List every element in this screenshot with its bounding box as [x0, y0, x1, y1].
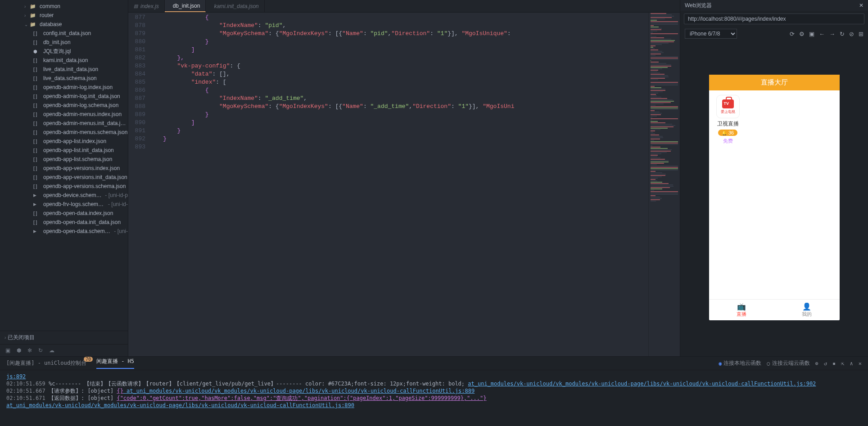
stop-icon[interactable]: ⊘	[849, 31, 854, 37]
export-icon[interactable]: ⇱	[841, 360, 844, 367]
radio-remote-cloud[interactable]: 连接云端云函数	[767, 359, 809, 367]
json-icon	[33, 103, 41, 108]
line-gutter: 8778788798808818828838848858868878888898…	[128, 13, 149, 356]
file-item[interactable]: opendb-app-versions.init_data.json	[0, 173, 128, 182]
file-item[interactable]: opendb-admin-log.index.json	[0, 83, 128, 92]
console-tabs: [闲趣直播] - uniCloud控制台70 闲趣直播 - H5 连接本地云函数…	[0, 357, 868, 370]
file-item[interactable]: opendb-device.schema.json- [uni-id-p	[0, 191, 128, 200]
log-source-link[interactable]: at_uni_modules/vk-unicloud/vk_modules/vk…	[468, 381, 816, 387]
close-icon[interactable]: ✕	[859, 2, 863, 9]
file-item[interactable]: live_data.schema.json	[0, 74, 128, 83]
back-icon[interactable]: ←	[819, 31, 825, 37]
bug-icon[interactable]: ⬢	[17, 347, 21, 354]
settings-icon[interactable]: ✻	[27, 347, 32, 354]
folder-database[interactable]: ⌄database	[0, 20, 128, 29]
folder-router[interactable]: ›router	[0, 11, 128, 20]
editor-tab[interactable]: db_init.json	[165, 0, 206, 12]
phone-frame: 直播大厅 爱上电视 卫视直播 36 免费 📺直	[709, 75, 840, 320]
file-item[interactable]: opendb-admin-menus.init_data.json	[0, 119, 128, 128]
console-tools: 连接本地云函数 连接云端云函数 ⊕ ↺ ▪ ⇱ ∧ ✕	[719, 359, 862, 367]
file-item[interactable]: opendb-app-list.index.json	[0, 137, 128, 146]
tab-live[interactable]: 📺直播	[709, 300, 774, 320]
filter-icon[interactable]: ⊕	[815, 360, 818, 367]
log-json-object[interactable]: {"code":0,"getCount":true,"hasMore":fals…	[117, 395, 486, 401]
code-editor[interactable]: 8778788798808818828838848858868878888898…	[128, 13, 680, 356]
live-thumbnail: 爱上电视	[716, 95, 740, 118]
reload-icon[interactable]: ↻	[840, 31, 845, 37]
minimap[interactable]	[648, 13, 680, 356]
json-icon	[33, 139, 41, 144]
tab-mine[interactable]: 👤我的	[774, 300, 840, 320]
address-bar	[684, 13, 864, 24]
log-source-link[interactable]: js:892	[6, 373, 26, 380]
browser-title-label: Web浏览器	[685, 2, 712, 9]
editor-tab[interactable]: ▤index.js	[128, 0, 165, 12]
file-item[interactable]: opendb-admin-log.schema.json	[0, 101, 128, 110]
badge-count: 70	[84, 357, 93, 362]
folder-icon	[30, 13, 37, 18]
file-item[interactable]: opendb-open-data.index.json	[0, 209, 128, 218]
log-timestamp: 02:10:51.659	[6, 381, 45, 387]
log-source-link[interactable]: at_uni_modules/vk-unicloud/vk_modules/vk…	[123, 388, 475, 394]
forward-icon[interactable]: →	[829, 31, 835, 37]
json-icon	[33, 220, 41, 225]
file-item[interactable]: opendb-admin-log.init_data.json	[0, 92, 128, 101]
file-item[interactable]: opendb-admin-menus.index.json	[0, 110, 128, 119]
radio-local-cloud[interactable]: 连接本地云函数	[719, 359, 761, 367]
file-item[interactable]: opendb-app-list.schema.json	[0, 155, 128, 164]
file-item[interactable]: opendb-app-versions.schema.json	[0, 182, 128, 191]
file-item[interactable]: opendb-open-data.schema.json- [uni-	[0, 227, 128, 236]
json-icon	[33, 184, 41, 189]
browser-viewport: 直播大厅 爱上电视 卫视直播 36 免费 📺直	[680, 40, 868, 356]
devtools-icon[interactable]: ⚙	[799, 31, 805, 37]
folder-common[interactable]: ›common	[0, 2, 128, 11]
url-input[interactable]	[684, 13, 864, 24]
screenshot-icon[interactable]: ▣	[809, 31, 814, 37]
json-icon	[33, 148, 41, 153]
schema-icon	[33, 229, 41, 233]
collapse-icon[interactable]: ∧	[850, 360, 853, 367]
json-icon	[33, 130, 41, 135]
tv-icon	[722, 99, 734, 108]
file-item[interactable]: opendb-app-versions.index.json	[0, 164, 128, 173]
editor-area: ▤index.jsdb_init.jsonkami.init_data.json…	[128, 0, 680, 356]
file-item[interactable]: live_data.init_data.json	[0, 65, 128, 74]
json-icon	[33, 67, 41, 72]
sidebar-toolbar: ▣ ⬢ ✻ ↻ ☁	[0, 344, 128, 356]
sync-icon[interactable]: ↻	[38, 347, 43, 354]
log-json-object[interactable]: {}	[117, 388, 123, 394]
console-tab-h5[interactable]: 闲趣直播 - H5	[96, 358, 134, 369]
closed-projects[interactable]: › 已关闭项目	[0, 331, 128, 344]
console-tab-unicloud[interactable]: [闲趣直播] - uniCloud控制台70	[6, 359, 86, 367]
stop-icon[interactable]: ▪	[832, 360, 836, 367]
json-icon	[33, 175, 41, 180]
log-source-link[interactable]: at_uni_modules/vk-unicloud/vk_modules/vk…	[6, 402, 354, 408]
cloud-icon[interactable]: ☁	[49, 347, 54, 354]
editor-tab[interactable]: kami.init_data.json	[206, 0, 264, 12]
refresh-icon[interactable]: ⟳	[790, 31, 795, 37]
close-icon[interactable]: ✕	[859, 360, 862, 367]
file-icon: ▤	[134, 4, 138, 9]
file-item[interactable]: opendb-admin-menus.schema.json	[0, 128, 128, 137]
file-item[interactable]: JQL查询.jql	[0, 47, 128, 56]
file-item[interactable]: db_init.json	[0, 38, 128, 47]
browser-toolbar: iPhone 6/7/8 ⟳ ⚙ ▣ ← → ↻ ⊘ ⊞	[680, 27, 868, 40]
lock-icon[interactable]: ⊞	[859, 31, 863, 37]
file-item[interactable]: kami.init_data.json	[0, 56, 128, 65]
json-icon	[33, 76, 41, 81]
terminal-icon[interactable]: ▣	[5, 347, 10, 354]
console-output[interactable]: js:892 02:10:51.659 %c-------- 【结束】【云函数请…	[0, 370, 868, 426]
json-icon	[33, 166, 41, 171]
schema-icon	[33, 193, 41, 197]
free-label: 免费	[714, 138, 742, 144]
json-icon	[33, 40, 41, 45]
file-item[interactable]: opendb-frv-logs.schema.json- [uni-id-	[0, 200, 128, 209]
live-card[interactable]: 爱上电视 卫视直播 36 免费	[714, 95, 742, 144]
clear-icon[interactable]: ↺	[824, 360, 827, 367]
code-content[interactable]: { "IndexName": "pid", "MgoKeySchema": {"…	[149, 13, 648, 356]
device-select[interactable]: iPhone 6/7/8	[685, 29, 737, 39]
file-item[interactable]: opendb-open-data.init_data.json	[0, 218, 128, 227]
schema-icon	[33, 202, 41, 206]
file-item[interactable]: opendb-app-list.init_data.json	[0, 146, 128, 155]
file-item[interactable]: config.init_data.json	[0, 29, 128, 38]
